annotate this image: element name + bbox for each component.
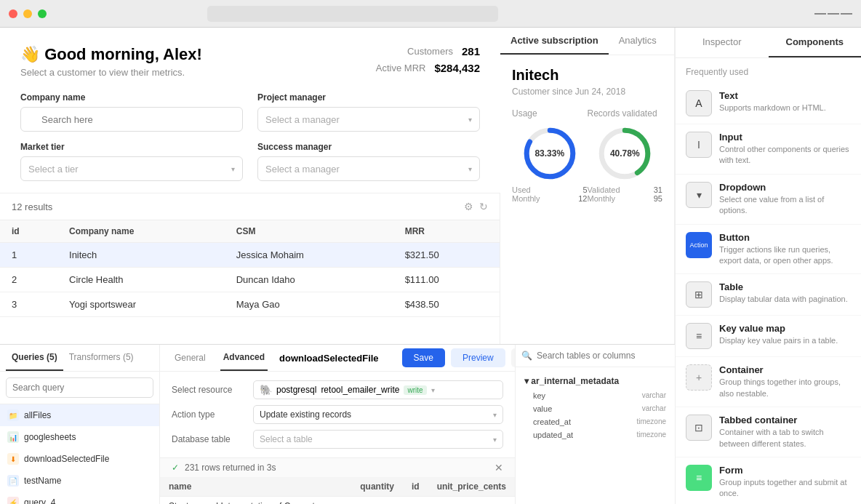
mrr-value: $284,432 — [434, 62, 480, 74]
chevron-down-icon: ▾ — [231, 165, 235, 173]
table-icon: ⊞ — [686, 281, 712, 308]
right-panel: Inspector Components Frequently used A T… — [675, 28, 861, 504]
results-table-section: 12 results ⚙ ↻ id Company name CSM — [0, 193, 500, 344]
project-manager-select[interactable]: Select a manager ▾ — [257, 107, 480, 132]
component-item-kv-map[interactable]: ≡ Key value map Display key value pairs … — [676, 316, 861, 357]
col-company: Company name — [57, 220, 225, 243]
table-row[interactable]: 1InitechJessica Mohaim$321.50 — [0, 243, 500, 268]
query-search-input[interactable] — [6, 377, 153, 398]
tab-components[interactable]: Components — [769, 28, 862, 57]
table-row[interactable]: 3Yogi sportswearMaya Gao$438.50 — [0, 292, 500, 317]
query-editor: General Advanced downloadSelectedFile Sa… — [160, 345, 515, 504]
chevron-down-icon: ▾ — [493, 411, 497, 419]
component-item-dropdown[interactable]: ▾ Dropdown Select one value from a list … — [676, 175, 861, 225]
greeting-emoji: 👋 — [20, 45, 40, 63]
usage-block: Usage 83.33% — [512, 108, 588, 203]
table-row[interactable]: 2Circle HealthDuncan Idaho$111.00 — [0, 268, 500, 292]
detail-tabs: Active subscription Analytics — [500, 28, 674, 55]
success-manager-field: Success manager Select a manager ▾ — [257, 142, 480, 181]
component-text-kv-map: Key value map Display key value pairs in… — [719, 323, 851, 346]
resource-db: postgresql — [276, 385, 316, 395]
maximize-button[interactable] — [38, 9, 47, 18]
save-button[interactable]: Save — [402, 348, 445, 367]
db-field-key: keyvarchar — [516, 389, 675, 402]
results-col-name: name — [160, 477, 351, 497]
query-item-query_4[interactable]: ⚡query_4 — [0, 492, 159, 504]
resource-badge: write — [404, 385, 426, 395]
tab-inspector[interactable]: Inspector — [676, 28, 769, 57]
records-percent: 40.78% — [610, 148, 640, 159]
minimize-button[interactable] — [23, 9, 32, 18]
close-button[interactable] — [9, 9, 17, 18]
db-field-value: valuevarchar — [516, 402, 675, 415]
customer-since: Customer since Jun 24, 2018 — [512, 87, 662, 97]
chevron-down-icon: ▾ — [431, 386, 435, 394]
chevron-down-icon: ▾ — [493, 436, 497, 444]
action-type-label: Action type — [172, 409, 244, 420]
db-field-created_at: created_attimezone — [516, 415, 675, 428]
component-item-form[interactable]: ≡ Form Group inputs together and submit … — [676, 457, 861, 504]
tab-advanced[interactable]: Advanced — [220, 345, 268, 371]
subtitle-text: Select a customer to view their metrics. — [20, 67, 202, 78]
validated-value: 31 — [654, 185, 662, 194]
component-item-tabbed-container[interactable]: ⊡ Tabbed container Container with a tab … — [676, 407, 861, 457]
query4-icon: ⚡ — [7, 497, 19, 504]
container-icon: + — [686, 364, 712, 391]
filter-icon[interactable]: ⚙ — [464, 201, 473, 212]
action-type-select[interactable]: Update existing records ▾ — [253, 405, 503, 424]
query-label: downloadSelectedFile — [24, 454, 109, 464]
menu-icon[interactable] — [814, 12, 852, 16]
queries-tabs: Queries (5) Transformers (5) — [0, 345, 159, 372]
db-search-input[interactable] — [537, 351, 669, 361]
market-tier-select[interactable]: Select a tier ▾ — [20, 156, 243, 181]
tab-general[interactable]: General — [172, 345, 209, 370]
tab-queries[interactable]: Queries (5) — [6, 345, 63, 371]
component-item-button[interactable]: Action Button Trigger actions like run q… — [676, 225, 861, 275]
tab-transformers[interactable]: Transformers (5) — [63, 345, 140, 371]
tab-active-subscription[interactable]: Active subscription — [500, 28, 609, 55]
query-label: query_4 — [24, 497, 55, 504]
component-item-container[interactable]: + Container Group things together into g… — [676, 357, 861, 407]
panel-tabs: Inspector Components — [676, 28, 861, 58]
test-icon: 📄 — [7, 475, 19, 487]
detail-content: Initech Customer since Jun 24, 2018 Usag… — [500, 55, 674, 226]
resource-select[interactable]: 🐘 postgresql retool_emailer_write write … — [253, 380, 503, 399]
success-manager-select[interactable]: Select a manager ▾ — [257, 156, 480, 181]
section-title: Frequently used — [676, 58, 861, 83]
metrics-block: Customers 281 Active MRR $284,432 — [376, 45, 480, 74]
tab-analytics[interactable]: Analytics — [609, 28, 667, 55]
results-section: namequantityidunit_price_cents Stucture … — [160, 477, 515, 504]
usage-percent: 83.33% — [534, 148, 564, 159]
close-result-button[interactable]: ✕ — [494, 462, 503, 473]
results-data-table: namequantityidunit_price_cents Stucture … — [160, 477, 515, 504]
records-monthly-value: 95 — [654, 194, 662, 203]
customers-label: Customers — [407, 46, 453, 57]
component-item-input[interactable]: I Input Control other components or quer… — [676, 124, 861, 175]
query-list: 📁allFiles📊googlesheets⬇downloadSelectedF… — [0, 404, 159, 504]
query-item-allFiles[interactable]: 📁allFiles — [0, 404, 159, 426]
component-text-text: Text Supports markdown or HTML. — [719, 90, 851, 113]
files-icon: 📁 — [7, 409, 19, 421]
component-item-text[interactable]: A Text Supports markdown or HTML. — [676, 83, 861, 124]
query-search — [0, 372, 159, 404]
company-name: Initech — [512, 67, 662, 84]
query-item-downloadSelectedFile[interactable]: ⬇downloadSelectedFile — [0, 448, 159, 470]
preview-button[interactable]: Preview — [451, 348, 505, 367]
component-item-table[interactable]: ⊞ Table Display tabular data with pagina… — [676, 274, 861, 316]
query-item-testName[interactable]: 📄testName — [0, 470, 159, 492]
queries-panel: Queries (5) Transformers (5) 📁allFiles📊g… — [0, 345, 160, 504]
table-actions: ⚙ ↻ — [464, 201, 488, 212]
db-table-name[interactable]: ▾ ar_internal_metadata — [516, 373, 675, 389]
results-count: 12 results — [12, 201, 52, 212]
used-label: Used — [512, 185, 531, 194]
col-mrr: MRR — [393, 220, 500, 243]
query-item-googlesheets[interactable]: 📊googlesheets — [0, 426, 159, 448]
company-search-input[interactable] — [20, 107, 243, 132]
input-icon: I — [686, 132, 712, 158]
refresh-icon[interactable]: ↻ — [479, 201, 488, 212]
project-manager-field: Project manager Select a manager ▾ — [257, 92, 480, 132]
database-table-select[interactable]: Select a table ▾ — [253, 430, 503, 449]
result-text: 231 rows returned in 3s — [185, 463, 276, 473]
component-text-tabbed-container: Tabbed container Container with a tab to… — [719, 415, 851, 449]
usage-label: Usage — [512, 108, 588, 119]
